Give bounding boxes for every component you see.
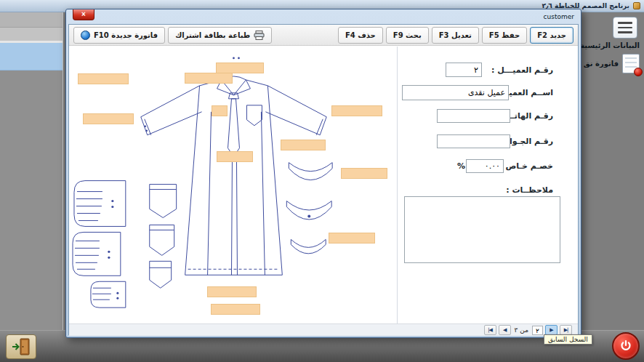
menu-header: البيانات الرئيسية [580,41,640,49]
invoice-document-icon [622,54,640,73]
percent-sign: % [457,161,465,171]
dialog-body: جديد F2 حفظ F5 تعديل F3 بحث F9 حذف F4 طب… [68,24,579,335]
measurement-input-6[interactable] [212,105,228,116]
measurement-input-10[interactable] [329,233,375,244]
new-invoice-icon [81,31,90,40]
printer-icon [254,31,265,40]
discount-input[interactable] [466,159,504,173]
customer-number-label: رقـم العميـــل : [491,65,553,75]
list-row[interactable] [0,28,63,43]
power-icon [619,339,633,353]
customer-number-input[interactable] [446,63,482,77]
measurement-input-12[interactable] [211,304,260,315]
notes-label: ملاحظــات : [506,185,553,195]
record-count-label: من ٣ [515,326,528,334]
new-button[interactable]: جديد F2 [530,27,573,44]
dialog-toolbar: جديد F2 حفظ F5 تعديل F3 بحث F9 حذف F4 طب… [69,25,578,46]
menu-item-cash-invoice[interactable]: فاتورة نق [584,54,640,73]
background-list-panel [0,12,63,330]
new-invoice-label: فاتورة جديدة F10 [94,31,158,39]
customer-name-input[interactable] [402,85,509,100]
dialog-bottom-strip: |◀ ◀ من ٣ ٢ ▶ ▶| [69,323,578,336]
current-record-box[interactable]: ٢ [532,326,543,335]
dialog-title: customer [544,13,574,20]
delete-button[interactable]: حذف F4 [338,27,383,44]
record-navigator: |◀ ◀ من ٣ ٢ ▶ ▶| [484,325,572,335]
mobile-input[interactable] [437,134,510,148]
phone-input[interactable] [437,109,510,123]
cuff-style-icons [73,181,126,308]
screen: برنامج المصمم للخياطة ٢٫٦ البيانات الرئي… [0,0,644,362]
measurement-input-11[interactable] [207,286,257,297]
measurement-input-7[interactable] [281,140,326,150]
hamburger-icon [618,22,632,24]
nav-last-button[interactable]: ▶| [560,325,572,335]
power-button[interactable] [612,332,640,360]
measurement-input-5[interactable] [331,105,382,116]
measurement-input-9[interactable] [341,168,387,179]
measurement-input-4[interactable] [83,113,134,124]
discount-label: خصـم خـاص : [499,161,553,171]
measurement-input-3[interactable] [78,73,129,84]
list-row[interactable] [0,12,63,28]
thobe-diagram [69,47,397,323]
new-invoice-button[interactable]: فاتورة جديدة F10 [73,27,165,44]
measurement-input-2[interactable] [185,73,233,84]
measurement-input-8[interactable] [217,151,253,162]
nav-previous-button[interactable]: ◀ [499,325,511,335]
save-button[interactable]: حفظ F5 [482,27,527,44]
collar-style-icons [286,163,332,254]
app-icon [633,2,640,9]
customer-dialog: customer × جديد F2 حفظ F5 تعديل F3 بحث F… [65,9,581,338]
edit-button[interactable]: تعديل F3 [432,27,479,44]
invoice-badge [634,68,643,76]
pocket-style-icons [150,185,177,289]
list-row-selected[interactable] [0,43,63,71]
dialog-titlebar: customer [66,9,581,24]
menu-item-label: فاتورة نق [584,60,619,68]
exit-button[interactable] [6,334,36,359]
tooltip: السجل السابق [544,334,592,345]
menu-button[interactable] [613,17,637,39]
search-button[interactable]: بحث F9 [386,27,429,44]
garment-diagram-panel [69,47,398,324]
exit-door-icon [11,337,31,356]
nav-next-button[interactable]: ▶ [545,325,558,335]
notes-input[interactable] [404,196,560,263]
nav-first-button[interactable]: |◀ [484,325,496,335]
close-button[interactable]: × [73,9,94,20]
print-subscription-card-button[interactable]: طباعة بطاقة اشتراك [168,27,272,44]
measurement-input-1[interactable] [216,63,264,73]
customer-form: رقـم العميـــل : اســم العميـل : رقـم ال… [398,47,578,324]
print-card-label: طباعة بطاقة اشتراك [175,31,250,39]
